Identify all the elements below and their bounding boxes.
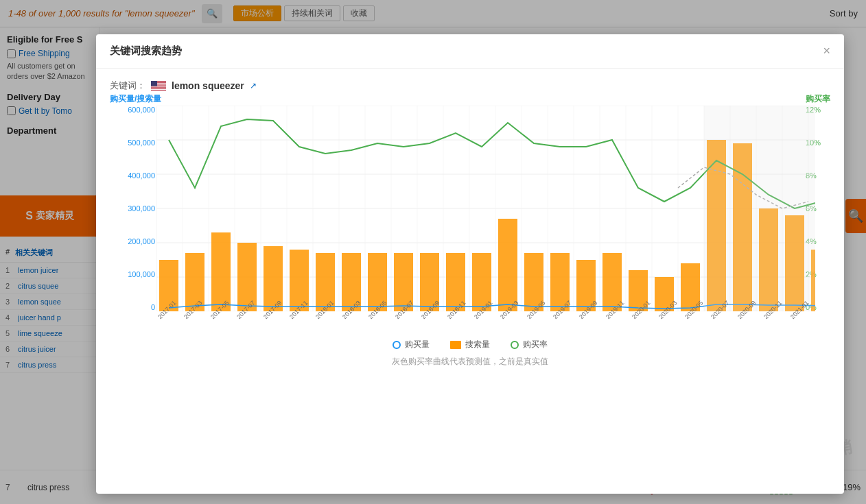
y-left-label: 购买量/搜索量 bbox=[110, 93, 161, 105]
main-chart-svg bbox=[156, 106, 815, 311]
legend-bar-orange bbox=[450, 341, 461, 349]
close-button[interactable]: × bbox=[823, 44, 830, 58]
y-left-tick: 200,000 bbox=[128, 237, 155, 245]
svg-rect-6 bbox=[151, 89, 166, 90]
chart-legend: 购买量 搜索量 购买率 bbox=[110, 339, 830, 350]
x-axis-labels: 2017-012017-032017-052017-072017-092017-… bbox=[156, 313, 815, 333]
legend-dot-green bbox=[511, 341, 519, 349]
bar-2017-05 bbox=[211, 232, 231, 311]
y-left-tick: 400,000 bbox=[128, 171, 155, 180]
y-left-tick: 600,000 bbox=[128, 106, 155, 114]
y-left-tick: 500,000 bbox=[128, 139, 155, 147]
legend-purchase-vol: 购买量 bbox=[393, 339, 430, 350]
legend-dot-blue bbox=[393, 341, 401, 349]
chart-note: 灰色购买率曲线代表预测值，之前是真实值 bbox=[110, 356, 830, 368]
bar-2019-03 bbox=[498, 219, 517, 311]
y-axis-left: 600,000500,000400,000300,000200,000100,0… bbox=[110, 106, 158, 311]
legend-purchase-rate-label: 购买率 bbox=[523, 339, 548, 350]
keyword-label-row: 关键词： lemon squeezer ↗ bbox=[110, 80, 830, 92]
chart-container: 购买量/搜索量 购买率 600,000500,000400,000300,000… bbox=[110, 106, 830, 332]
y-left-tick: 100,000 bbox=[128, 270, 155, 278]
bar-2017-07 bbox=[237, 243, 257, 311]
modal-header: 关键词搜索趋势 × bbox=[96, 34, 844, 69]
us-flag-icon bbox=[151, 81, 166, 91]
svg-rect-4 bbox=[151, 86, 166, 87]
keyword-name: lemon squeezer bbox=[172, 80, 244, 91]
keyword-prefix: 关键词： bbox=[110, 80, 145, 92]
keyword-link[interactable]: ↗ bbox=[250, 81, 257, 91]
svg-rect-42 bbox=[704, 106, 815, 311]
legend-search-vol: 搜索量 bbox=[450, 339, 490, 350]
legend-search-vol-label: 搜索量 bbox=[465, 339, 490, 350]
legend-purchase-rate: 购买率 bbox=[511, 339, 548, 350]
modal-body: 关键词： lemon squeezer ↗ 购买量/搜索量 购买率 600,00… bbox=[96, 69, 844, 379]
y-right-label: 购买率 bbox=[806, 93, 830, 105]
modal-title: 关键词搜索趋势 bbox=[110, 45, 182, 58]
legend-purchase-vol-label: 购买量 bbox=[405, 339, 430, 350]
svg-rect-7 bbox=[151, 81, 157, 86]
keyword-trend-modal: 关键词搜索趋势 × 关键词： lemon squeezer ↗ 购买量/搜索量 … bbox=[96, 34, 844, 494]
y-left-tick: 0 bbox=[151, 303, 155, 311]
y-left-tick: 300,000 bbox=[128, 204, 155, 213]
svg-rect-5 bbox=[151, 88, 166, 88]
